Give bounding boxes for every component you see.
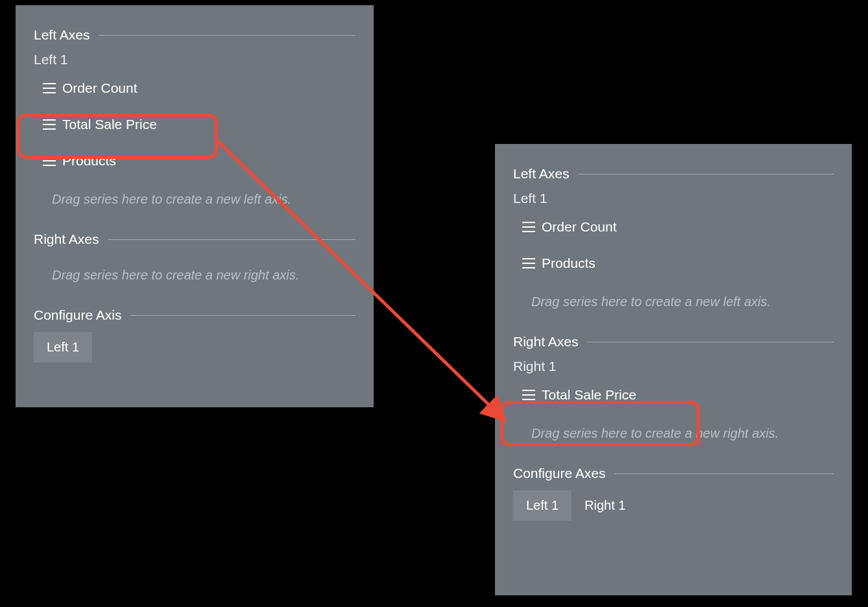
divider — [587, 342, 834, 342]
divider — [130, 315, 356, 316]
series-item-order-count[interactable]: Order Count — [34, 71, 356, 105]
configure-axes-header-label: Configure Axes — [513, 466, 605, 481]
right-axis-drop-zone[interactable]: Drag series here to create a new right a… — [34, 256, 356, 297]
series-item-order-count[interactable]: Order Count — [513, 210, 834, 244]
configure-axis-header-label: Configure Axis — [34, 307, 121, 323]
drag-handle-icon[interactable] — [522, 222, 535, 232]
series-item-total-sale-price[interactable]: Total Sale Price — [513, 378, 834, 412]
divider — [99, 35, 356, 36]
tab-left-1[interactable]: Left 1 — [513, 490, 572, 521]
series-item-total-sale-price[interactable]: Total Sale Price — [34, 108, 356, 141]
axes-config-panel-after: Left Axes Left 1 Order Count Products Dr… — [495, 144, 852, 595]
right-axis-drop-zone[interactable]: Drag series here to create a new right a… — [513, 414, 834, 455]
series-label: Order Count — [62, 80, 138, 96]
drag-handle-icon[interactable] — [522, 258, 535, 268]
configure-axes-header: Configure Axes — [513, 466, 834, 481]
left-axis-1-label: Left 1 — [34, 52, 356, 67]
right-axis-1-label: Right 1 — [513, 359, 834, 374]
right-axes-header: Right Axes — [513, 334, 834, 350]
right-axes-header: Right Axes — [34, 232, 356, 247]
drag-handle-icon[interactable] — [43, 156, 56, 166]
left-axis-drop-zone[interactable]: Drag series here to create a new left ax… — [513, 283, 834, 324]
divider — [578, 174, 834, 174]
series-label: Products — [542, 256, 596, 271]
configure-axis-tabs: Left 1 — [34, 332, 356, 363]
tab-right-1[interactable]: Right 1 — [572, 490, 638, 521]
configure-axis-header: Configure Axis — [34, 307, 356, 323]
series-item-products[interactable]: Products — [34, 144, 356, 178]
right-axes-header-label: Right Axes — [513, 334, 578, 350]
left-axes-header-label: Left Axes — [513, 166, 569, 182]
series-label: Order Count — [542, 219, 617, 235]
configure-axes-tabs: Left 1 Right 1 — [513, 490, 834, 521]
divider — [108, 239, 356, 240]
left-axes-header-label: Left Axes — [34, 27, 90, 43]
left-axes-header: Left Axes — [513, 166, 834, 182]
drag-handle-icon[interactable] — [43, 119, 56, 130]
series-label: Total Sale Price — [542, 387, 636, 403]
left-axes-header: Left Axes — [34, 27, 356, 43]
series-item-products[interactable]: Products — [513, 246, 834, 280]
left-axis-drop-zone[interactable]: Drag series here to create a new left ax… — [34, 180, 356, 221]
axes-config-panel-before: Left Axes Left 1 Order Count Total Sale … — [16, 5, 374, 407]
series-label: Products — [62, 153, 116, 169]
drag-handle-icon[interactable] — [43, 83, 56, 93]
right-axes-header-label: Right Axes — [34, 232, 99, 247]
left-axis-1-label: Left 1 — [513, 191, 834, 206]
drag-handle-icon[interactable] — [522, 390, 535, 400]
series-label: Total Sale Price — [62, 117, 157, 132]
tab-left-1[interactable]: Left 1 — [34, 332, 92, 363]
divider — [614, 473, 834, 474]
